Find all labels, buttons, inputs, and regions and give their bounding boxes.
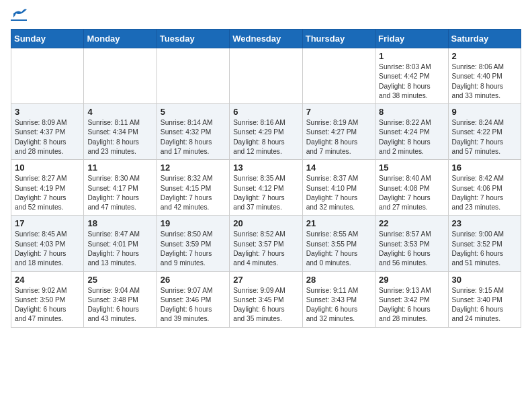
day-number: 12 <box>161 163 226 173</box>
weekday-header: Tuesday <box>157 30 229 48</box>
calendar-cell: 13Sunrise: 8:35 AM Sunset: 4:12 PM Dayli… <box>230 160 302 216</box>
calendar-cell: 21Sunrise: 8:55 AM Sunset: 3:55 PM Dayli… <box>302 216 375 271</box>
day-info: Sunrise: 9:09 AM Sunset: 3:45 PM Dayligh… <box>233 286 298 324</box>
day-number: 23 <box>452 218 517 228</box>
logo-underline <box>11 19 27 21</box>
calendar-cell <box>84 48 157 104</box>
day-number: 15 <box>379 163 444 173</box>
calendar-cell: 7Sunrise: 8:19 AM Sunset: 4:27 PM Daylig… <box>302 104 375 160</box>
day-number: 28 <box>306 275 371 285</box>
calendar-cell: 19Sunrise: 8:50 AM Sunset: 3:59 PM Dayli… <box>157 216 229 271</box>
day-info: Sunrise: 9:04 AM Sunset: 3:48 PM Dayligh… <box>87 286 152 324</box>
day-number: 10 <box>15 163 80 173</box>
calendar-cell <box>302 48 375 104</box>
day-number: 13 <box>233 163 298 173</box>
day-number: 8 <box>379 107 444 117</box>
weekday-header: Friday <box>375 30 448 48</box>
day-number: 6 <box>233 107 298 117</box>
calendar-cell: 29Sunrise: 9:13 AM Sunset: 3:42 PM Dayli… <box>375 271 448 327</box>
weekday-header: Wednesday <box>230 30 302 48</box>
calendar-cell: 6Sunrise: 8:16 AM Sunset: 4:29 PM Daylig… <box>230 104 302 160</box>
day-number: 4 <box>87 107 152 117</box>
calendar-cell: 4Sunrise: 8:11 AM Sunset: 4:34 PM Daylig… <box>84 104 157 160</box>
day-number: 27 <box>233 275 298 285</box>
day-number: 30 <box>452 275 517 285</box>
calendar-week-row: 17Sunrise: 8:45 AM Sunset: 4:03 PM Dayli… <box>11 216 521 271</box>
weekday-header: Sunday <box>11 30 84 48</box>
calendar-cell: 26Sunrise: 9:07 AM Sunset: 3:46 PM Dayli… <box>157 271 229 327</box>
calendar-cell: 24Sunrise: 9:02 AM Sunset: 3:50 PM Dayli… <box>11 271 84 327</box>
day-number: 21 <box>306 218 371 228</box>
day-number: 16 <box>452 163 517 173</box>
calendar-cell: 23Sunrise: 9:00 AM Sunset: 3:52 PM Dayli… <box>448 216 521 271</box>
page-header <box>11 11 521 21</box>
calendar-table: SundayMondayTuesdayWednesdayThursdayFrid… <box>11 29 521 328</box>
calendar-cell: 22Sunrise: 8:57 AM Sunset: 3:53 PM Dayli… <box>375 216 448 271</box>
day-info: Sunrise: 9:02 AM Sunset: 3:50 PM Dayligh… <box>15 286 80 324</box>
weekday-header: Saturday <box>448 30 521 48</box>
calendar-cell: 9Sunrise: 8:24 AM Sunset: 4:22 PM Daylig… <box>448 104 521 160</box>
calendar-cell: 1Sunrise: 8:03 AM Sunset: 4:42 PM Daylig… <box>375 48 448 104</box>
day-info: Sunrise: 8:16 AM Sunset: 4:29 PM Dayligh… <box>233 118 298 156</box>
day-number: 22 <box>379 218 444 228</box>
day-info: Sunrise: 8:06 AM Sunset: 4:40 PM Dayligh… <box>452 62 517 101</box>
calendar-cell: 11Sunrise: 8:30 AM Sunset: 4:17 PM Dayli… <box>84 160 157 216</box>
day-info: Sunrise: 8:14 AM Sunset: 4:32 PM Dayligh… <box>161 118 226 156</box>
day-info: Sunrise: 9:07 AM Sunset: 3:46 PM Dayligh… <box>161 286 226 324</box>
calendar-week-row: 3Sunrise: 8:09 AM Sunset: 4:37 PM Daylig… <box>11 104 521 160</box>
day-info: Sunrise: 8:42 AM Sunset: 4:06 PM Dayligh… <box>452 174 517 212</box>
day-number: 18 <box>87 218 152 228</box>
day-info: Sunrise: 8:35 AM Sunset: 4:12 PM Dayligh… <box>233 174 298 212</box>
weekday-header: Thursday <box>302 30 375 48</box>
day-info: Sunrise: 8:19 AM Sunset: 4:27 PM Dayligh… <box>306 118 371 156</box>
calendar-week-row: 1Sunrise: 8:03 AM Sunset: 4:42 PM Daylig… <box>11 48 521 104</box>
calendar-cell: 5Sunrise: 8:14 AM Sunset: 4:32 PM Daylig… <box>157 104 229 160</box>
day-info: Sunrise: 8:24 AM Sunset: 4:22 PM Dayligh… <box>452 118 517 156</box>
calendar-cell <box>11 48 84 104</box>
day-info: Sunrise: 8:55 AM Sunset: 3:55 PM Dayligh… <box>306 230 371 268</box>
day-number: 5 <box>161 107 226 117</box>
logo <box>11 11 27 21</box>
calendar-cell: 16Sunrise: 8:42 AM Sunset: 4:06 PM Dayli… <box>448 160 521 216</box>
calendar-cell <box>230 48 302 104</box>
day-info: Sunrise: 8:11 AM Sunset: 4:34 PM Dayligh… <box>87 118 152 156</box>
day-info: Sunrise: 8:52 AM Sunset: 3:57 PM Dayligh… <box>233 230 298 268</box>
day-info: Sunrise: 8:09 AM Sunset: 4:37 PM Dayligh… <box>15 118 80 156</box>
calendar-cell <box>157 48 229 104</box>
day-number: 2 <box>452 51 517 61</box>
day-number: 24 <box>15 275 80 285</box>
calendar-cell: 15Sunrise: 8:40 AM Sunset: 4:08 PM Dayli… <box>375 160 448 216</box>
day-info: Sunrise: 8:50 AM Sunset: 3:59 PM Dayligh… <box>161 230 226 268</box>
calendar-cell: 2Sunrise: 8:06 AM Sunset: 4:40 PM Daylig… <box>448 48 521 104</box>
calendar-cell: 14Sunrise: 8:37 AM Sunset: 4:10 PM Dayli… <box>302 160 375 216</box>
day-info: Sunrise: 9:15 AM Sunset: 3:40 PM Dayligh… <box>452 286 517 324</box>
day-info: Sunrise: 8:30 AM Sunset: 4:17 PM Dayligh… <box>87 174 152 212</box>
calendar-week-row: 10Sunrise: 8:27 AM Sunset: 4:19 PM Dayli… <box>11 160 521 216</box>
day-number: 9 <box>452 107 517 117</box>
day-info: Sunrise: 8:27 AM Sunset: 4:19 PM Dayligh… <box>15 174 80 212</box>
day-number: 7 <box>306 107 371 117</box>
calendar-cell: 28Sunrise: 9:11 AM Sunset: 3:43 PM Dayli… <box>302 271 375 327</box>
calendar-header-row: SundayMondayTuesdayWednesdayThursdayFrid… <box>11 30 521 48</box>
day-number: 19 <box>161 218 226 228</box>
day-info: Sunrise: 8:22 AM Sunset: 4:24 PM Dayligh… <box>379 118 444 156</box>
logo-bird-icon <box>12 8 27 19</box>
calendar-cell: 3Sunrise: 8:09 AM Sunset: 4:37 PM Daylig… <box>11 104 84 160</box>
day-info: Sunrise: 8:40 AM Sunset: 4:08 PM Dayligh… <box>379 174 444 212</box>
day-info: Sunrise: 9:11 AM Sunset: 3:43 PM Dayligh… <box>306 286 371 324</box>
day-number: 25 <box>87 275 152 285</box>
calendar-cell: 30Sunrise: 9:15 AM Sunset: 3:40 PM Dayli… <box>448 271 521 327</box>
calendar-cell: 10Sunrise: 8:27 AM Sunset: 4:19 PM Dayli… <box>11 160 84 216</box>
day-info: Sunrise: 8:32 AM Sunset: 4:15 PM Dayligh… <box>161 174 226 212</box>
day-number: 26 <box>161 275 226 285</box>
day-number: 29 <box>379 275 444 285</box>
calendar-cell: 27Sunrise: 9:09 AM Sunset: 3:45 PM Dayli… <box>230 271 302 327</box>
day-number: 3 <box>15 107 80 117</box>
calendar-cell: 18Sunrise: 8:47 AM Sunset: 4:01 PM Dayli… <box>84 216 157 271</box>
day-number: 17 <box>15 218 80 228</box>
day-number: 11 <box>87 163 152 173</box>
day-info: Sunrise: 8:57 AM Sunset: 3:53 PM Dayligh… <box>379 230 444 268</box>
calendar-cell: 8Sunrise: 8:22 AM Sunset: 4:24 PM Daylig… <box>375 104 448 160</box>
day-number: 1 <box>379 51 444 61</box>
calendar-cell: 17Sunrise: 8:45 AM Sunset: 4:03 PM Dayli… <box>11 216 84 271</box>
